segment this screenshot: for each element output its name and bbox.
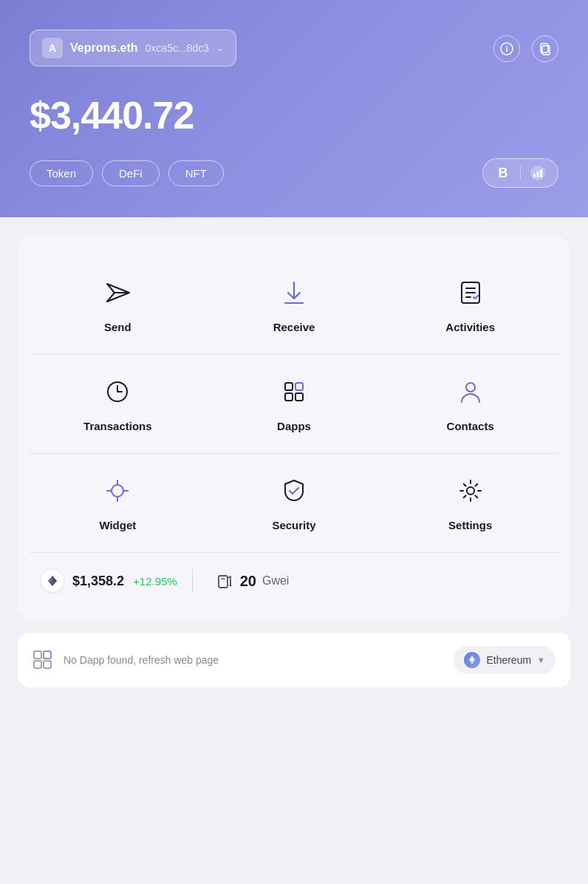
action-grid-row-3: Widget Security Settings xyxy=(30,457,558,546)
tab-defi[interactable]: DeFi xyxy=(102,160,160,186)
dapp-message: No Dapp found, refresh web page xyxy=(64,654,443,666)
action-grid-row-1: Send Receive A xyxy=(30,259,558,348)
main-card: Send Receive A xyxy=(18,235,570,621)
svg-point-23 xyxy=(112,485,123,497)
dapps-label: Dapps xyxy=(277,420,311,432)
svg-point-35 xyxy=(229,585,231,587)
send-button[interactable]: Send xyxy=(30,259,206,348)
price-bar: $1,358.2 +12.95% 20 Gwei xyxy=(30,556,558,606)
network-chevron-icon: ▼ xyxy=(537,656,545,664)
gas-section: 20 Gwei xyxy=(216,572,290,590)
chain-selector[interactable]: B xyxy=(482,158,558,188)
grid-divider-1 xyxy=(30,354,558,355)
eth-price: $1,358.2 xyxy=(72,574,124,589)
svg-rect-20 xyxy=(285,393,293,401)
gas-value: 20 xyxy=(240,573,256,590)
svg-text:i: i xyxy=(505,44,507,53)
svg-marker-32 xyxy=(52,576,57,583)
action-grid-row-2: Transactions Dapps Contacts xyxy=(30,358,558,447)
transactions-label: Transactions xyxy=(83,420,152,432)
gas-unit: Gwei xyxy=(262,574,289,588)
svg-rect-39 xyxy=(44,661,51,668)
svg-point-22 xyxy=(466,383,475,392)
tab-nft[interactable]: NFT xyxy=(168,160,224,186)
grid-divider-2 xyxy=(30,453,558,454)
address-bar[interactable]: A Veprons.eth 0xca5c...8dc3 ⌄ xyxy=(30,30,236,67)
contacts-icon xyxy=(451,373,490,411)
receive-icon xyxy=(275,273,313,312)
network-label: Ethereum xyxy=(486,654,531,666)
chart-chain-icon xyxy=(527,162,549,184)
dapps-button[interactable]: Dapps xyxy=(206,358,383,447)
activities-button[interactable]: Activities xyxy=(382,259,558,348)
receive-label: Receive xyxy=(273,321,315,333)
settings-icon xyxy=(451,472,490,510)
settings-label: Settings xyxy=(448,519,492,531)
svg-rect-21 xyxy=(295,393,303,401)
transactions-icon xyxy=(98,373,137,411)
svg-rect-36 xyxy=(34,651,41,659)
activities-icon xyxy=(451,273,490,312)
security-button[interactable]: Security xyxy=(206,457,383,546)
dapps-icon xyxy=(275,373,313,411)
chain-divider xyxy=(520,166,521,180)
send-icon-actual xyxy=(98,273,137,312)
contacts-label: Contacts xyxy=(447,420,494,432)
price-gas-divider xyxy=(192,569,193,593)
wallet-name: Veprons.eth xyxy=(70,41,138,55)
contacts-button[interactable]: Contacts xyxy=(382,358,558,447)
svg-rect-6 xyxy=(537,171,539,177)
svg-rect-18 xyxy=(285,383,293,390)
b-chain-icon: B xyxy=(492,162,514,184)
chevron-down-icon: ⌄ xyxy=(216,43,224,53)
info-button[interactable]: i xyxy=(493,35,520,62)
header: A Veprons.eth 0xca5c...8dc3 ⌄ i $3,440.7… xyxy=(0,0,588,217)
tab-token[interactable]: Token xyxy=(30,160,93,186)
copy-button[interactable] xyxy=(532,35,558,62)
widget-label: Widget xyxy=(99,519,136,531)
network-selector-button[interactable]: Ethereum ▼ xyxy=(454,646,555,674)
settings-button[interactable]: Settings xyxy=(382,457,558,546)
wallet-address: 0xca5c...8dc3 xyxy=(146,42,209,54)
activities-label: Activities xyxy=(445,321,495,333)
svg-rect-5 xyxy=(533,174,536,177)
widget-icon xyxy=(98,472,137,510)
svg-rect-7 xyxy=(540,169,542,177)
dapps-small-icon xyxy=(33,650,53,670)
eth-price-change: +12.95% xyxy=(133,575,177,588)
header-actions: i xyxy=(493,35,558,62)
security-label: Security xyxy=(272,519,315,531)
dapp-icon-group xyxy=(33,650,53,670)
ethereum-network-icon xyxy=(464,652,480,668)
price-divider xyxy=(30,552,558,553)
svg-point-28 xyxy=(467,487,474,494)
asset-tabs: Token DeFi NFT B xyxy=(30,158,558,188)
svg-rect-37 xyxy=(44,651,51,659)
security-icon xyxy=(275,472,313,510)
svg-marker-31 xyxy=(48,576,52,583)
eth-logo-icon xyxy=(41,570,64,592)
send-label: Send xyxy=(104,321,131,333)
widget-button[interactable]: Widget xyxy=(30,457,206,546)
gas-icon xyxy=(216,572,234,590)
svg-rect-38 xyxy=(34,661,41,668)
svg-rect-19 xyxy=(295,383,303,390)
wallet-avatar: A xyxy=(42,38,63,58)
balance-display: $3,440.72 xyxy=(30,93,558,137)
svg-rect-33 xyxy=(219,576,228,588)
dapp-bar: No Dapp found, refresh web page Ethereum… xyxy=(18,633,570,687)
transactions-button[interactable]: Transactions xyxy=(30,358,206,447)
receive-button[interactable]: Receive xyxy=(206,259,383,348)
